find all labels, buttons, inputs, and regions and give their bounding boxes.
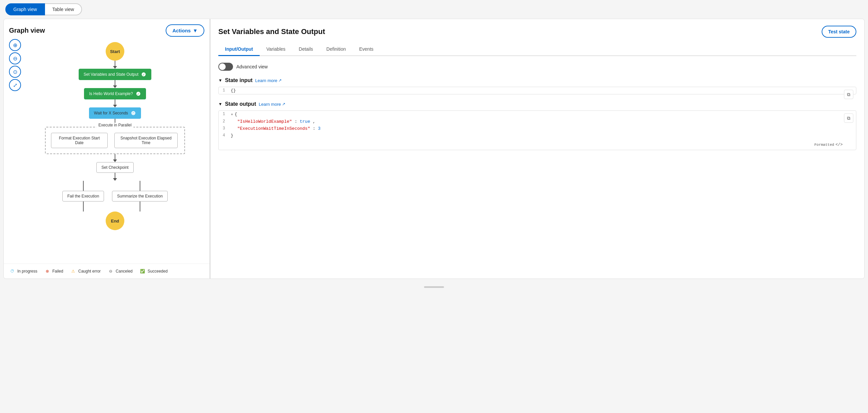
advanced-view-toggle[interactable] <box>218 63 233 71</box>
tab-events[interactable]: Events <box>352 43 380 56</box>
set-checkpoint-node[interactable]: Set Checkpoint <box>96 162 133 173</box>
fit-button[interactable]: ⤢ <box>9 79 21 91</box>
zoom-in-button[interactable]: ⊕ <box>9 39 21 51</box>
succeeded-icon2: ✓ <box>136 91 141 96</box>
advanced-view-label: Advanced view <box>236 64 268 69</box>
failed-legend-icon: ⊗ <box>44 268 51 274</box>
test-state-button[interactable]: Test state <box>822 26 856 38</box>
succeeded-legend-icon: ✅ <box>140 268 146 274</box>
final-row: Fail the Execution Summarize the Executi… <box>62 181 168 211</box>
val-1: true <box>300 119 310 124</box>
set-variables-section: Set Variables and State Output ✓ <box>79 69 152 88</box>
line-num-4: 4 <box>223 133 231 138</box>
summarize-branch: Summarize the Execution <box>112 181 168 211</box>
start-node[interactable]: Start <box>106 42 124 61</box>
flow-diagram: Start Set Variables and State Output ✓ I… <box>26 42 204 237</box>
is-hello-world-node[interactable]: Is Hello World Example? ✓ <box>84 88 146 99</box>
copy-icon2: ⧉ <box>847 115 850 121</box>
state-output-label: State output <box>225 101 256 107</box>
output-line-4: 4 } <box>219 132 856 139</box>
zoom-out-button[interactable]: ⊖ <box>9 52 21 64</box>
triangle-icon: ▼ <box>218 78 222 83</box>
tab-definition[interactable]: Definition <box>320 43 352 56</box>
succeeded-icon: ✓ <box>141 72 146 77</box>
output-line-2: 2 "IsHelloWorldExample" : true , <box>219 118 856 125</box>
left-panel: Graph view Actions ▼ ⊕ ⊖ ⊙ ⤢ <box>4 19 210 278</box>
is-hello-world-section: Is Hello World Example? ✓ <box>84 88 146 108</box>
center-icon: ⊙ <box>13 69 17 75</box>
fit-icon: ⤢ <box>13 82 17 88</box>
main-container: Graph view Actions ▼ ⊕ ⊖ ⊙ ⤢ <box>3 19 865 279</box>
drag-handle-area <box>0 282 868 292</box>
legend: ⏱ In progress ⊗ Failed ⚠ Caught error ⊖ … <box>4 264 210 278</box>
canceled-legend-icon: ⊖ <box>107 268 114 274</box>
arrow <box>113 159 117 162</box>
external-link-icon2: ↗ <box>282 102 285 107</box>
center-button[interactable]: ⊙ <box>9 66 21 78</box>
actions-button[interactable]: Actions ▼ <box>166 24 204 37</box>
state-input-learn-more[interactable]: Learn more ↗ <box>255 78 282 83</box>
end-node[interactable]: End <box>106 211 124 230</box>
drag-handle[interactable] <box>424 286 444 288</box>
connector <box>140 181 140 191</box>
connector <box>115 80 115 85</box>
failed-label: Failed <box>52 269 63 273</box>
connector <box>115 173 115 178</box>
graph-view-tab[interactable]: Graph view <box>5 3 45 16</box>
connector <box>140 202 140 211</box>
line-num-3: 3 <box>223 126 231 131</box>
advanced-view-row: Advanced view <box>218 63 856 71</box>
fail-branch: Fail the Execution <box>62 181 104 211</box>
caught-error-legend-icon: ⚠ <box>70 268 77 274</box>
branch-right: Snapshot Execution Elapsed Time <box>114 133 178 148</box>
colon-1: : <box>294 119 300 124</box>
arrow <box>113 105 117 108</box>
colon-2: : <box>313 126 318 131</box>
branch-left: Format Execution Start Date <box>51 133 108 148</box>
tab-variables[interactable]: Variables <box>260 43 292 56</box>
in-progress-label: In progress <box>17 269 37 273</box>
right-header: Set Variables and State Output Test stat… <box>218 26 856 38</box>
copy-state-input-button[interactable]: ⧉ <box>844 90 853 99</box>
parallel-section: Execute in Parallel Format Execution Sta… <box>26 127 204 162</box>
state-output-learn-more[interactable]: Learn more ↗ <box>259 102 285 107</box>
close-brace: } <box>231 133 233 138</box>
copy-icon: ⧉ <box>847 92 850 97</box>
key-1: "IsHelloWorldExample" <box>237 119 292 124</box>
in-progress-icon: ⏱ <box>131 111 136 116</box>
actions-label: Actions <box>172 28 191 33</box>
state-output-code: 1 ▾ { 2 "IsHelloWorldExample" : true , <box>218 111 856 150</box>
top-bar: Graph view Table view <box>0 0 868 19</box>
wait-node[interactable]: Wait for X Seconds ⏱ <box>89 108 141 119</box>
tab-input-output[interactable]: Input/Output <box>218 43 260 56</box>
zoom-controls: ⊕ ⊖ ⊙ ⤢ <box>9 39 21 91</box>
copy-state-output-button[interactable]: ⧉ <box>844 113 853 123</box>
zoom-out-icon: ⊖ <box>13 55 17 62</box>
succeeded-label: Succeeded <box>148 269 168 273</box>
graph-view-title: Graph view <box>9 27 45 34</box>
checkpoint-section: Set Checkpoint <box>96 162 133 181</box>
fail-execution-node[interactable]: Fail the Execution <box>62 191 104 202</box>
indent: "IsHelloWorldExample" : true , <box>231 119 315 124</box>
output-line-3: 3 "ExecutionWaitTimeInSeconds" : 3 <box>219 125 856 132</box>
legend-failed: ⊗ Failed <box>44 268 63 274</box>
open-brace: { <box>235 112 237 117</box>
start-section: Start <box>106 42 124 69</box>
summarize-execution-node[interactable]: Summarize the Execution <box>112 191 168 202</box>
state-input-header: ▼ State input Learn more ↗ <box>218 78 856 83</box>
in-progress-legend-icon: ⏱ <box>9 268 16 274</box>
snapshot-elapsed-node[interactable]: Snapshot Execution Elapsed Time <box>114 133 178 148</box>
table-view-tab[interactable]: Table view <box>45 3 82 16</box>
format-date-node[interactable]: Format Execution Start Date <box>51 133 108 148</box>
legend-caught-error: ⚠ Caught error <box>70 268 101 274</box>
set-variables-node[interactable]: Set Variables and State Output ✓ <box>79 69 152 80</box>
val-2: 3 <box>318 126 321 131</box>
tab-details[interactable]: Details <box>292 43 320 56</box>
state-input-code: 1 {} ⧉ <box>218 87 856 94</box>
zoom-in-icon: ⊕ <box>13 42 17 48</box>
legend-succeeded: ✅ Succeeded <box>140 268 168 274</box>
connector <box>115 61 115 66</box>
connector <box>83 181 84 191</box>
connector <box>115 154 115 159</box>
legend-in-progress: ⏱ In progress <box>9 268 37 274</box>
